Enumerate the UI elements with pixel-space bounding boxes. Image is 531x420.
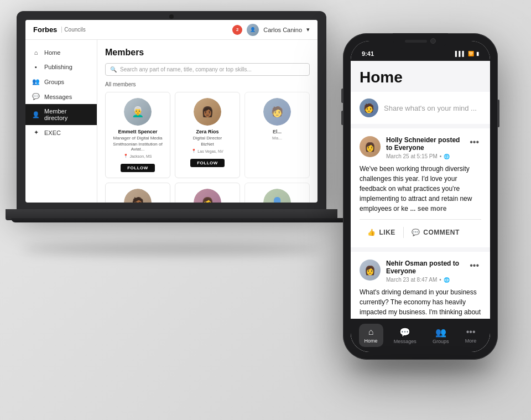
member-location: 📍 Las Vegas, NV — [180, 149, 235, 153]
comment-icon: 💬 — [412, 229, 420, 236]
notification-badge[interactable]: 2 — [232, 25, 242, 35]
sidebar-item-member-directory[interactable]: 👤 Member directory — [25, 104, 97, 125]
follow-button-zera[interactable]: FOLLOW — [190, 159, 225, 167]
laptop-shadow — [22, 243, 321, 255]
phone-side-button-1 — [341, 89, 343, 103]
see-more-holly[interactable]: ... see more — [410, 205, 446, 212]
follow-button-emmett[interactable]: FOLLOW — [121, 164, 155, 172]
member-title: Ma... — [249, 136, 305, 141]
all-members-label: All members — [105, 81, 310, 87]
sidebar-item-home[interactable]: ⌂ Home — [25, 45, 97, 60]
post-avatar-holly: 👩 — [360, 136, 381, 157]
member-title: Manager of Digital Media — [110, 136, 165, 141]
member-avatar-zera: 👩🏾 — [194, 98, 221, 126]
member-company: Smithsonian Institution of Aviat... — [110, 142, 165, 152]
phone-front-camera — [430, 38, 436, 44]
tab-messages[interactable]: 💬 Messages — [388, 324, 422, 348]
more-tab-icon: ••• — [466, 327, 476, 337]
sidebar-label-groups: Groups — [44, 79, 64, 85]
search-bar[interactable]: 🔍 Search any part of name, title, compan… — [105, 63, 310, 76]
sidebar-item-groups[interactable]: 👥 Groups — [25, 74, 97, 89]
messages-tab-icon: 💬 — [399, 327, 410, 338]
member-avatar-row2-2: 👩 — [194, 189, 221, 203]
post-date-nehir: March 23 at 8:47 AM — [386, 277, 437, 283]
location-text: Jackson, MS — [129, 154, 152, 158]
tab-groups[interactable]: 👥 Groups — [427, 324, 455, 348]
post-more-button-nehir[interactable]: ••• — [467, 260, 481, 272]
sidebar-item-messages[interactable]: 💬 Messages — [25, 89, 97, 104]
member-avatar-emmett: 👨‍🦳 — [124, 98, 152, 126]
phone-screen: 9:41 ▌▌▌ 🛜 ▮ Home 🧑 Share what's on — [351, 41, 490, 352]
location-pin-icon: 📍 — [191, 149, 196, 153]
post-author-name-holly: Holly Schneider posted to Everyone — [386, 136, 467, 152]
phone-tabbar: ⌂ Home 💬 Messages 👥 Groups ••• More — [351, 319, 490, 352]
member-location: 📍 Jackson, MS — [110, 154, 165, 158]
post-text-nehir: What's driving demand in your business c… — [360, 287, 481, 319]
member-card-row2-3: 👤 — [244, 183, 310, 203]
messages-tab-label: Messages — [394, 339, 417, 344]
member-company: BizNet — [180, 142, 235, 147]
member-card-partial: 🧑 El... Ma... — [244, 92, 310, 178]
sidebar-item-exec[interactable]: ✦ EXEC — [25, 125, 97, 140]
member-directory-icon: 👤 — [32, 111, 40, 118]
tab-home[interactable]: ⌂ Home — [359, 324, 383, 347]
more-tab-label: More — [465, 338, 477, 344]
globe-icon: 🌐 — [444, 154, 450, 159]
sidebar-label-exec: EXEC — [44, 129, 61, 136]
post-header: 👩 Holly Schneider posted to Everyone Mar… — [360, 136, 481, 159]
member-name: Emmett Spencer — [110, 129, 165, 134]
wifi-icon: 🛜 — [468, 51, 474, 56]
sidebar-label-publishing: Publishing — [44, 64, 72, 70]
sidebar-item-publishing[interactable]: ▪ Publishing — [25, 60, 97, 74]
avatar-circle: 👩🏾 — [194, 98, 221, 126]
post-author-info-nehir: Nehir Osman posted to Everyone March 23 … — [386, 260, 467, 283]
dropdown-icon[interactable]: ▾ — [306, 26, 310, 33]
scene: Forbes Councils 2 👤 Carlos Canino ▾ — [0, 0, 531, 420]
post-author-info: Holly Schneider posted to Everyone March… — [386, 136, 467, 159]
groups-icon: 👥 — [32, 78, 40, 85]
bullet-nehir: • — [439, 277, 441, 283]
header-right: 2 👤 Carlos Canino ▾ — [232, 24, 310, 36]
groups-tab-icon: 👥 — [435, 327, 446, 338]
home-icon: ⌂ — [32, 49, 40, 56]
signal-icon: ▌▌▌ — [455, 51, 466, 56]
post-avatar-nehir: 👩 — [360, 260, 381, 281]
post-meta-holly: March 25 at 5:15 PM • 🌐 — [386, 153, 467, 159]
phone-speaker — [405, 40, 427, 43]
laptop-device: Forbes Councils 2 👤 Carlos Canino ▾ — [17, 11, 326, 243]
phone-content: Home 🧑 Share what's on your mind ... — [351, 61, 490, 352]
compose-avatar: 🧑 — [360, 98, 378, 117]
post-date-holly: March 25 at 5:15 PM — [386, 153, 438, 159]
tab-more[interactable]: ••• More — [460, 324, 482, 347]
holly-avatar-img: 👩 — [365, 142, 376, 152]
post-content-area[interactable]: 🧑 Share what's on your mind ... 👩 — [351, 92, 490, 319]
phone-side-button-2 — [341, 111, 343, 125]
member-card: 👩🏾 Zera Rios Digital Director BizNet 📍 L… — [175, 92, 240, 178]
search-placeholder: Search any part of name, title, company … — [120, 66, 252, 72]
members-grid: 👨‍🦳 Emmett Spencer Manager of Digital Me… — [105, 92, 310, 203]
laptop-body: Forbes Councils 2 👤 Carlos Canino ▾ — [17, 11, 326, 210]
like-icon: 👍 — [367, 229, 376, 236]
comment-button-holly[interactable]: 💬 COMMENT — [404, 225, 467, 240]
compose-box[interactable]: 🧑 Share what's on your mind ... — [351, 92, 490, 124]
avatar-circle: 👩 — [194, 189, 221, 203]
post-card-nehir: 👩 Nehir Osman posted to Everyone March 2… — [351, 252, 490, 319]
compose-placeholder: Share what's on your mind ... — [384, 104, 477, 112]
groups-tab-label: Groups — [433, 339, 449, 344]
post-more-button-holly[interactable]: ••• — [467, 136, 481, 148]
laptop-screen: Forbes Councils 2 👤 Carlos Canino ▾ — [25, 20, 317, 203]
main-area: Members 🔍 Search any part of name, title… — [97, 40, 317, 203]
user-name: Carlos Canino — [263, 27, 302, 33]
like-button-holly[interactable]: 👍 LIKE — [360, 225, 403, 240]
member-avatar-row2-3: 👤 — [263, 189, 291, 203]
bullet: • — [440, 153, 442, 159]
sidebar: ⌂ Home ▪ Publishing 👥 Groups 💬 — [25, 40, 97, 203]
phone-time: 9:41 — [362, 50, 374, 57]
phone-shadow — [348, 360, 492, 371]
phone-notch — [393, 33, 448, 49]
post-author-name-nehir: Nehir Osman posted to Everyone — [386, 260, 467, 275]
laptop-content: ⌂ Home ▪ Publishing 👥 Groups 💬 — [25, 40, 317, 203]
member-name: Zera Rios — [180, 129, 235, 134]
sidebar-label-member-directory: Member directory — [44, 108, 90, 121]
publishing-icon: ▪ — [32, 64, 40, 70]
